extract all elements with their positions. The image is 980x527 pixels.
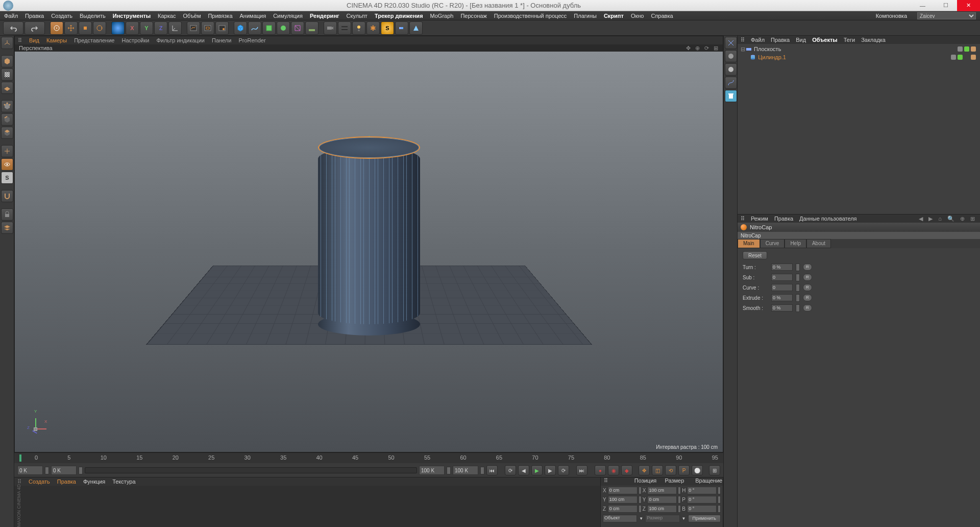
- frame-start2-input[interactable]: [51, 466, 77, 475]
- menu-Объём[interactable]: Объём: [183, 13, 201, 19]
- snap-icon[interactable]: S: [1, 172, 13, 184]
- volume-icon[interactable]: [395, 21, 408, 35]
- menu-Анимация[interactable]: Анимация: [240, 13, 266, 19]
- frame-end2-input[interactable]: [453, 466, 478, 475]
- menu-Выделить[interactable]: Выделить: [80, 13, 106, 19]
- attr-menu-Режим[interactable]: Режим: [751, 215, 768, 222]
- mat-menu-Текстура[interactable]: Текстура: [112, 478, 135, 485]
- size-input[interactable]: [647, 496, 677, 504]
- obj-menu-Правка[interactable]: Правка: [771, 37, 790, 43]
- prev-frame-icon[interactable]: ◀: [518, 465, 529, 475]
- reset-button[interactable]: Reset: [743, 251, 767, 259]
- mat-menu-Правка[interactable]: Правка: [57, 478, 76, 485]
- stepper-icon[interactable]: [447, 467, 451, 474]
- coord-mode2-select[interactable]: Размер: [645, 515, 679, 522]
- menu-Инструменты[interactable]: Инструменты: [113, 13, 151, 19]
- mat-menu-Создать[interactable]: Создать: [29, 478, 50, 485]
- stepper-icon[interactable]: [678, 496, 681, 504]
- pos-input[interactable]: [608, 496, 638, 504]
- pos-input[interactable]: [608, 505, 638, 513]
- param-input[interactable]: [771, 284, 793, 291]
- mat-menu-Функция[interactable]: Функция: [83, 478, 105, 485]
- vis-render-icon[interactable]: [964, 46, 969, 52]
- obj-menu-Закладка[interactable]: Закладка: [861, 37, 886, 43]
- axis-x-icon[interactable]: X: [126, 21, 139, 35]
- pos-input[interactable]: [608, 487, 638, 494]
- stepper-icon[interactable]: [639, 487, 642, 494]
- menu-Скульпт[interactable]: Скульпт: [347, 13, 368, 19]
- object-tree[interactable]: ⊟Плоскость Цилиндр.1: [738, 44, 980, 214]
- tab-about[interactable]: About: [806, 239, 831, 248]
- vp-sphere2-icon[interactable]: [725, 63, 737, 76]
- options-icon[interactable]: ⊞: [709, 465, 720, 475]
- magnet-icon[interactable]: [1, 190, 13, 202]
- close-button[interactable]: ✕: [957, 0, 980, 11]
- light-icon[interactable]: [352, 21, 365, 35]
- trash-icon[interactable]: [725, 90, 737, 102]
- param-input[interactable]: [771, 274, 793, 281]
- tag-icon[interactable]: ✱: [366, 21, 380, 35]
- coord-mode1-select[interactable]: Объект: [603, 515, 637, 522]
- deformer-icon[interactable]: [291, 21, 304, 35]
- menu-Каркас[interactable]: Каркас: [158, 13, 176, 19]
- play-fwd-icon[interactable]: ⟳: [558, 465, 569, 475]
- select-tool-icon[interactable]: [50, 21, 63, 35]
- timeline-ruler[interactable]: 05101520253035404550556065707580859095: [14, 453, 723, 463]
- vis-editor-icon[interactable]: [958, 46, 963, 52]
- maximize-button[interactable]: ☐: [934, 0, 957, 11]
- attr-nav-icons[interactable]: ◀ ▶ ⌂ 🔍 ⊕ ⊞: [919, 215, 977, 222]
- environment-icon[interactable]: [305, 21, 318, 35]
- reset-param-icon[interactable]: R: [803, 304, 812, 312]
- stepper-icon[interactable]: [796, 294, 800, 302]
- menu-Окно[interactable]: Окно: [631, 13, 644, 19]
- obj-menu-Теги[interactable]: Теги: [844, 37, 855, 43]
- frame-start-input[interactable]: [17, 466, 43, 475]
- axis-z-icon[interactable]: Z: [154, 21, 167, 35]
- script-icon[interactable]: S: [381, 21, 394, 35]
- obj-menu-Объекты[interactable]: Объекты: [812, 37, 838, 43]
- grip-icon[interactable]: ⠿: [601, 477, 631, 486]
- vp-menu-Фильтр индикации[interactable]: Фильтр индикации: [156, 37, 205, 43]
- menu-Симуляция[interactable]: Симуляция: [273, 13, 303, 19]
- reset-param-icon[interactable]: R: [803, 264, 812, 271]
- tree-item-label[interactable]: Цилиндр.1: [758, 54, 786, 60]
- vp-menu-ProRender[interactable]: ProRender: [238, 37, 265, 43]
- vp-sphere-icon[interactable]: [725, 50, 737, 62]
- vp-menu-Представление[interactable]: Представление: [74, 37, 114, 43]
- attr-menu-Правка[interactable]: Правка: [774, 215, 793, 222]
- tab-main[interactable]: Main: [738, 239, 760, 248]
- rot-input[interactable]: [687, 496, 717, 504]
- edge-mode-icon[interactable]: [1, 113, 13, 126]
- rot-key-icon[interactable]: ⟲: [665, 465, 676, 475]
- tag-icon[interactable]: [971, 55, 976, 60]
- tag-icon[interactable]: [971, 46, 976, 52]
- menu-Справка[interactable]: Справка: [651, 13, 673, 19]
- stepper-icon[interactable]: [796, 304, 800, 312]
- vp-menu-Камеры[interactable]: Камеры: [46, 37, 67, 43]
- reset-param-icon[interactable]: R: [803, 294, 812, 301]
- grip-icon[interactable]: ⠿: [18, 37, 22, 44]
- material-area[interactable]: MAXON CINEMA 4D: [14, 486, 600, 527]
- spline-icon[interactable]: [248, 21, 261, 35]
- grip-icon[interactable]: ⠿: [741, 37, 745, 43]
- tab-curve[interactable]: Curve: [760, 239, 785, 248]
- cube-primitive-icon[interactable]: [234, 21, 247, 35]
- tweak-mode-icon[interactable]: [1, 158, 13, 171]
- vp-menu-Панели[interactable]: Панели: [212, 37, 231, 43]
- undo-button[interactable]: [3, 21, 23, 35]
- apply-button[interactable]: Применить: [688, 515, 721, 522]
- vp-menu-Настройки[interactable]: Настройки: [121, 37, 149, 43]
- stepper-icon[interactable]: [79, 467, 83, 474]
- generator-icon[interactable]: [277, 21, 290, 35]
- vp-tool1-icon[interactable]: [725, 37, 737, 49]
- stepper-icon[interactable]: [796, 264, 800, 271]
- obj-menu-Вид[interactable]: Вид: [796, 37, 806, 43]
- point-mode-icon[interactable]: [1, 100, 13, 112]
- lock-icon[interactable]: [1, 208, 13, 221]
- timeline-icon[interactable]: [338, 21, 351, 35]
- menu-Файл[interactable]: Файл: [4, 13, 18, 19]
- stepper-icon[interactable]: [796, 274, 800, 281]
- cylinder-object[interactable]: [318, 136, 420, 336]
- layout-select[interactable]: Zaicev: [917, 12, 976, 19]
- axis-y-icon[interactable]: Y: [140, 21, 153, 35]
